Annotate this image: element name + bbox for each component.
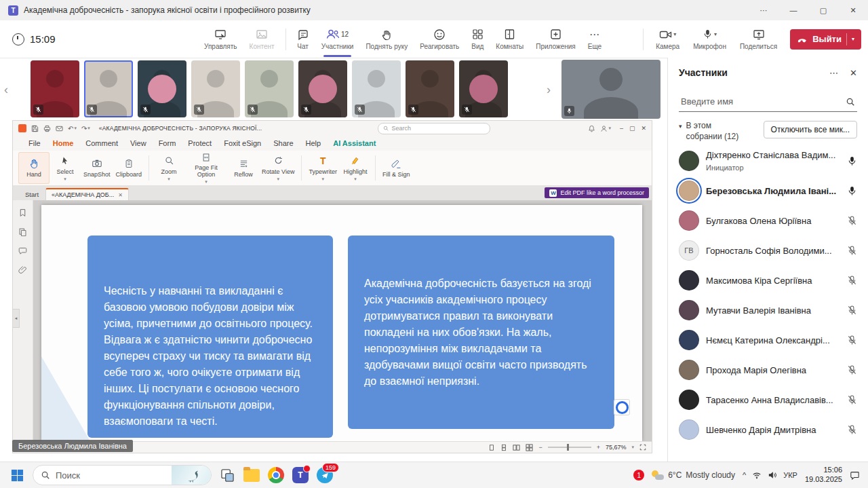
pdf-menu-item[interactable]: Foxit eSign (218, 136, 267, 151)
highlight-tool-button[interactable]: Highlight▾ (340, 152, 371, 184)
zoom-level[interactable]: 75,67% (606, 444, 627, 451)
strip-scroll-right-icon[interactable]: › (547, 82, 551, 96)
participant-row[interactable]: Мутавчи Валерія Іванівна (679, 295, 857, 325)
view-button[interactable]: Вид (465, 25, 490, 53)
microphone-caret-icon[interactable]: ▾ (714, 31, 717, 37)
page-fit-button[interactable]: Page Fit Option▾ (184, 152, 228, 184)
zoom-in-icon[interactable]: + (597, 444, 600, 451)
more-button[interactable]: ⋯ Еще (582, 25, 608, 53)
participant-row[interactable]: Березовська Людмила Івані... (679, 176, 857, 206)
comments-icon[interactable] (18, 246, 27, 255)
attachments-icon[interactable] (18, 265, 27, 274)
video-tile[interactable] (245, 60, 294, 117)
network-icon[interactable] (752, 471, 762, 479)
teams-taskbar-button[interactable]: T (292, 466, 309, 484)
react-button[interactable]: Реагировать (414, 25, 465, 53)
reflow-tool-button[interactable]: Reflow (228, 152, 259, 184)
mic-muted-icon[interactable] (847, 335, 857, 345)
video-tile[interactable] (459, 60, 508, 117)
hidden-icons-chevron[interactable]: ^ (743, 471, 746, 479)
participant-row[interactable]: Тарасенко Анна Владиславів... (679, 385, 857, 415)
pdf-menu-item[interactable]: Form (153, 136, 182, 151)
print-icon[interactable] (43, 125, 51, 132)
telegram-button[interactable]: 159 (316, 466, 334, 484)
participant-row[interactable]: Булгакова Олена Юріївна (679, 206, 857, 236)
single-page-view-icon[interactable] (488, 444, 495, 451)
manage-button[interactable]: Управлять (198, 25, 243, 53)
panel-close-icon[interactable]: ✕ (850, 68, 857, 78)
leave-caret-icon[interactable]: ▾ (852, 36, 854, 42)
speaker-video-tile[interactable] (561, 60, 660, 119)
video-tile[interactable] (352, 60, 401, 117)
hand-tool-button[interactable]: Hand (18, 152, 50, 184)
pdf-restore-icon[interactable]: ▢ (629, 125, 635, 132)
mute-all-button[interactable]: Отключить все мик... (764, 121, 857, 138)
pages-icon[interactable] (18, 227, 27, 236)
zoom-caret-icon[interactable]: ▾ (631, 445, 634, 450)
apps-button[interactable]: Приложения (530, 25, 582, 53)
video-tile[interactable] (298, 60, 347, 117)
weather-widget[interactable]: 6°C Mostly cloudy (652, 470, 735, 480)
zoom-tool-button[interactable]: Zoom▾ (153, 152, 184, 184)
participant-row[interactable]: Максимова Кіра Сергіївна (679, 265, 857, 295)
file-explorer-button[interactable] (243, 466, 260, 484)
zoom-out-icon[interactable]: − (538, 444, 542, 451)
chrome-button[interactable] (267, 466, 285, 484)
mic-on-icon[interactable] (847, 186, 857, 196)
mic-muted-icon[interactable] (847, 305, 857, 316)
rooms-button[interactable]: Комнаты (490, 25, 530, 53)
window-close-icon[interactable]: ✕ (838, 0, 868, 20)
pdf-menu-item[interactable]: View (124, 136, 153, 151)
pdf-search-input[interactable]: Search (378, 123, 490, 134)
grid-view-icon[interactable] (526, 444, 533, 451)
clock[interactable]: 15:06 19.03.2025 (805, 466, 842, 485)
mic-muted-icon[interactable] (847, 425, 857, 435)
tab-close-icon[interactable]: ✕ (118, 192, 123, 198)
participant-row[interactable]: Нємєц Катерина Олександрі... (679, 325, 857, 355)
pdf-close-icon[interactable]: ✕ (641, 125, 646, 132)
mic-muted-icon[interactable] (847, 365, 857, 375)
camera-button[interactable]: ▾ Камера (650, 25, 686, 53)
mic-muted-icon[interactable] (847, 276, 857, 286)
participants-button[interactable]: 12 Участники (315, 25, 360, 53)
snapshot-tool-button[interactable]: SnapShot (81, 152, 113, 184)
start-button[interactable] (8, 466, 26, 484)
account-icon[interactable]: ▾ (600, 125, 611, 132)
volume-icon[interactable] (768, 471, 777, 479)
participant-row[interactable]: ГВ Горносталь Софія Володими... (679, 236, 857, 265)
participant-search-input[interactable]: Введите имя (679, 92, 857, 112)
select-tool-button[interactable]: Select▾ (50, 152, 81, 184)
pdf-menu-item[interactable]: AI Assistant (327, 136, 382, 151)
video-tile[interactable] (191, 60, 240, 117)
pdf-menu-item[interactable]: File (22, 136, 47, 151)
pdf-menu-item[interactable]: Share (267, 136, 299, 151)
mail-icon[interactable] (56, 125, 63, 132)
start-tab[interactable]: Start (18, 189, 45, 200)
mic-muted-icon[interactable] (847, 216, 857, 226)
leave-button[interactable]: Выйти ▾ (790, 29, 861, 50)
mic-muted-icon[interactable] (847, 246, 857, 256)
strip-scroll-left-icon[interactable]: ‹ (4, 82, 8, 96)
camera-caret-icon[interactable]: ▾ (673, 31, 676, 37)
microphone-button[interactable]: ▾ Микрофон (687, 25, 732, 53)
window-maximize-icon[interactable]: ▢ (808, 0, 838, 20)
taskbar-search-input[interactable]: Поиск (33, 465, 212, 485)
mic-on-icon[interactable] (847, 156, 857, 166)
fill-sign-button[interactable]: Fill & Sign (380, 152, 413, 184)
video-tile[interactable] (31, 60, 79, 117)
redo-icon[interactable]: ↷▾ (81, 125, 90, 132)
bookmarks-icon[interactable] (18, 208, 27, 217)
video-tile[interactable] (406, 60, 454, 117)
fullscreen-icon[interactable] (639, 444, 646, 451)
chat-button[interactable]: Чат (291, 25, 315, 53)
rotate-view-button[interactable]: Rotate View▾ (259, 152, 297, 184)
video-tile[interactable] (84, 60, 133, 117)
facing-view-icon[interactable] (513, 444, 520, 451)
continuous-view-icon[interactable] (500, 444, 507, 451)
notification-count-badge[interactable]: 1 (633, 470, 644, 481)
pdf-menu-item[interactable]: Protect (182, 136, 218, 151)
content-button[interactable]: Контент (243, 25, 281, 53)
edit-pdf-banner[interactable]: WEdit PDF like a word processor (545, 187, 649, 198)
typewriter-tool-button[interactable]: T Typewriter▾ (306, 152, 340, 184)
pdf-menu-item[interactable]: Help (300, 136, 328, 151)
